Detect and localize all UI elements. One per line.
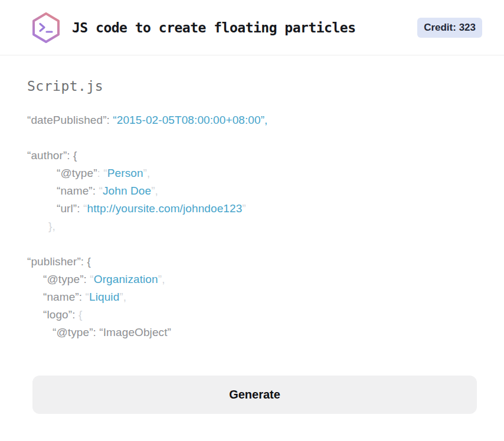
code-segment: http://yoursite.com/johndoe123 <box>87 202 242 215</box>
code-segment: John Doe <box>103 185 151 197</box>
code-line: “url”: “http://yoursite.com/johndoe123” <box>27 200 477 218</box>
app-window: JS code to create floating particles Cre… <box>0 0 504 441</box>
code-segment: : <box>79 291 86 303</box>
code-line: “name”: “Liquid”, <box>27 288 477 306</box>
code-line <box>27 129 477 147</box>
page-title: JS code to create floating particles <box>72 20 356 35</box>
code-segment: “name” <box>43 291 79 303</box>
code-segment: ” <box>242 202 246 215</box>
code-segment: Liquid <box>89 291 119 303</box>
code-segment: { <box>78 308 82 321</box>
credit-badge: Credit: 323 <box>417 18 482 38</box>
header: JS code to create floating particles Cre… <box>0 0 504 55</box>
code-segment: : <box>107 114 113 126</box>
generate-row: Generate <box>27 376 477 414</box>
code-line: “publisher”: { <box>27 253 477 271</box>
generate-button[interactable]: Generate <box>32 376 477 414</box>
code-segment: ”, <box>158 273 165 285</box>
code-segment: “datePublished” <box>27 114 107 126</box>
code-block: “datePublished”: “2015-02-05T08:00:00+08… <box>27 111 477 341</box>
code-segment: Organization <box>94 273 158 285</box>
code-segment: : <box>77 202 83 215</box>
code-line: }, <box>27 218 477 235</box>
terminal-prompt-glyph <box>40 24 52 32</box>
code-segment: “name” <box>57 185 93 197</box>
main-content: Script.js “datePublished”: “2015-02-05T0… <box>0 78 504 414</box>
code-line: “logo”: { <box>27 306 477 324</box>
code-segment: “2015-02-05T08:00:00+08:00”, <box>113 114 267 126</box>
code-segment: “url” <box>57 202 77 215</box>
hexagon-outline <box>34 14 58 42</box>
code-segment: : <box>97 167 104 179</box>
code-segment: }, <box>48 220 55 232</box>
terminal-hexagon-icon <box>31 11 61 44</box>
code-segment: ”, <box>119 291 126 303</box>
code-line: “@type”: “Person”, <box>27 164 477 182</box>
code-segment: “@type” <box>57 167 97 179</box>
code-line: “@type”: “ImageObject” <box>27 324 477 341</box>
code-segment: “logo” <box>43 308 72 321</box>
code-line: “@type”: “Organization”, <box>27 271 477 288</box>
code-segment: “author”: { <box>27 149 77 162</box>
code-segment: “@type”: “ImageObject” <box>53 326 171 338</box>
code-segment: : <box>84 273 90 285</box>
code-segment: : <box>93 185 99 197</box>
code-segment: Person <box>107 167 143 179</box>
code-segment: “publisher”: { <box>27 255 91 268</box>
code-line: “datePublished”: “2015-02-05T08:00:00+08… <box>27 111 477 129</box>
code-line: “name”: “John Doe”, <box>27 182 477 200</box>
code-segment: : <box>72 308 78 321</box>
code-segment: “@type” <box>43 273 84 285</box>
code-segment: ”, <box>151 185 158 197</box>
file-title: Script.js <box>27 78 477 94</box>
code-line: “author”: { <box>27 147 477 164</box>
code-line <box>27 235 477 253</box>
code-segment: ”, <box>143 167 150 179</box>
